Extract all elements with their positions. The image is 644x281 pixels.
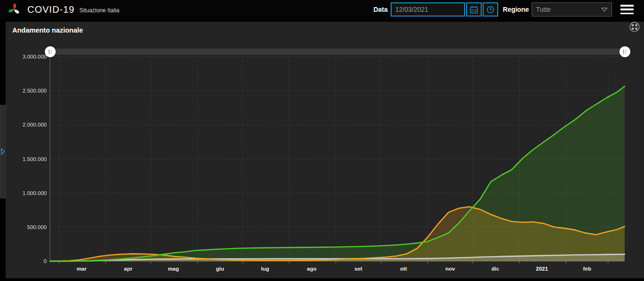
- time-range-slider-handle-left[interactable]: [45, 46, 56, 57]
- panel-title: Andamento nazionale: [12, 26, 83, 34]
- trend-panel: Andamento nazionale: [6, 22, 644, 278]
- time-button[interactable]: [483, 2, 498, 17]
- date-input[interactable]: [391, 2, 465, 17]
- chevron-down-icon: [601, 8, 608, 12]
- app-logo-pinwheel: [8, 3, 20, 16]
- date-label: Data: [373, 6, 387, 13]
- collapse-arrows-icon: [629, 21, 640, 33]
- time-range-slider-track[interactable]: [50, 49, 625, 55]
- region-select[interactable]: Tutte: [532, 2, 612, 17]
- expand-side-panel-button[interactable]: [0, 105, 6, 198]
- menu-icon: [620, 5, 634, 7]
- calendar-button[interactable]: [466, 2, 482, 17]
- app-subtitle: Situazione Italia: [79, 7, 119, 14]
- expand-panel-arrow-icon: [1, 148, 5, 155]
- clock-icon: [486, 5, 495, 14]
- collapse-panel-button[interactable]: [629, 21, 640, 33]
- app-header: COVID-19 Situazione Italia Data Regione: [0, 0, 644, 19]
- app-logo: [8, 3, 21, 16]
- time-range-slider-handle-right[interactable]: [619, 46, 630, 57]
- calendar-icon: [469, 5, 478, 14]
- app-title: COVID-19: [27, 4, 75, 15]
- region-label: Regione: [503, 6, 529, 13]
- region-selected-value: Tutte: [536, 6, 551, 13]
- menu-button[interactable]: [620, 5, 634, 14]
